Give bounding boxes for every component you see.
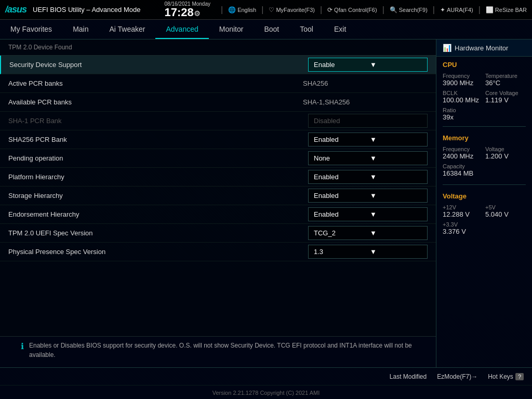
chevron-down-icon: ▼ <box>370 192 422 200</box>
cpu-section: CPU Frequency 3900 MHz Temperature 36°C … <box>436 57 532 123</box>
hw-monitor-header: 📊 Hardware Monitor <box>436 39 532 57</box>
nav-advanced[interactable]: Advanced <box>155 20 208 39</box>
heart-icon: ♡ <box>269 6 274 14</box>
voltage-33v-item: +3.3V 3.376 V <box>443 221 483 235</box>
dropdown-physical-presence-spec[interactable]: 1.3 ▼ <box>308 245 428 259</box>
last-modified-btn[interactable]: Last Modified <box>390 373 427 380</box>
chevron-down-icon: ▼ <box>370 154 422 162</box>
dropdown-storage-hierarchy[interactable]: Enabled ▼ <box>308 189 428 203</box>
globe-icon: 🌐 <box>228 6 236 14</box>
version-text: Version 2.21.1278 Copyright (C) 2021 AMI <box>212 390 320 396</box>
datetime-display: 08/16/2021 Monday 17:28⚙ <box>165 1 210 18</box>
chevron-down-icon: ▼ <box>370 229 422 237</box>
row-security-device-support[interactable]: Security Device Support Enable ▼ <box>0 56 436 74</box>
chevron-down-icon: ▼ <box>370 210 422 218</box>
nav-tool[interactable]: Tool <box>289 20 324 39</box>
cpu-frequency-item: Frequency 3900 MHz <box>443 73 483 87</box>
hw-monitor-title: Hardware Monitor <box>455 44 508 52</box>
dropdown-tpm20-uefi-spec[interactable]: TCG_2 ▼ <box>308 226 428 240</box>
field-sha1-pcr-bank: Disabled <box>308 114 428 128</box>
dropdown-pending-operation[interactable]: None ▼ <box>308 151 428 165</box>
memory-divider <box>443 184 526 185</box>
dropdown-platform-hierarchy[interactable]: Enabled ▼ <box>308 170 428 184</box>
dropdown-security-device-support[interactable]: Enable ▼ <box>308 58 428 72</box>
row-physical-presence-spec[interactable]: Physical Presence Spec Version 1.3 ▼ <box>0 243 436 261</box>
memory-voltage-item: Voltage 1.200 V <box>485 146 526 160</box>
language-btn[interactable]: 🌐 English <box>228 6 256 14</box>
bios-title: UEFI BIOS Utility – Advanced Mode <box>33 6 161 14</box>
search-icon: 🔍 <box>390 6 397 14</box>
nav-boot[interactable]: Boot <box>254 20 289 39</box>
info-icon: ℹ <box>21 341 24 351</box>
cpu-section-title: CPU <box>443 61 526 69</box>
footer: Last Modified EzMode(F7)→ Hot Keys ? <box>0 367 532 385</box>
voltage-section: Voltage +12V 12.288 V +5V 5.040 V +3.3V … <box>436 188 532 237</box>
hot-keys-icon: ? <box>515 373 524 380</box>
chevron-down-icon: ▼ <box>370 61 422 69</box>
cpu-divider <box>443 126 526 127</box>
dropdown-endorsement-hierarchy[interactable]: Enabled ▼ <box>308 207 428 221</box>
resize-bar-btn[interactable]: ⬜ ReSize BAR <box>486 6 527 14</box>
row-available-pcr-banks: Available PCR banks SHA-1,SHA256 <box>0 93 436 112</box>
memory-grid: Frequency 2400 MHz Voltage 1.200 V Capac… <box>443 146 526 179</box>
nav-ai-tweaker[interactable]: Ai Tweaker <box>99 20 155 39</box>
resize-icon: ⬜ <box>486 6 494 14</box>
row-platform-hierarchy[interactable]: Platform Hierarchy Enabled ▼ <box>0 168 436 187</box>
row-storage-hierarchy[interactable]: Storage Hierarchy Enabled ▼ <box>0 187 436 205</box>
info-text: Enables or Disables BIOS support for sec… <box>29 341 428 360</box>
gear-icon: ⚙ <box>194 9 201 18</box>
memory-capacity-item: Capacity 16384 MB <box>443 163 526 177</box>
cpu-ratio-item: Ratio 39x <box>443 107 483 121</box>
cpu-temperature-item: Temperature 36°C <box>485 73 526 87</box>
nav-monitor[interactable]: Monitor <box>209 20 254 39</box>
time-display: 17:28⚙ <box>165 7 201 18</box>
settings-table: Security Device Support Enable ▼ Active … <box>0 56 436 336</box>
info-bar: ℹ Enables or Disables BIOS support for s… <box>0 336 436 367</box>
memory-section: Memory Frequency 2400 MHz Voltage 1.200 … <box>436 130 532 181</box>
dropdown-sha256-pcr-bank[interactable]: Enabled ▼ <box>308 132 428 147</box>
chevron-down-icon: ▼ <box>370 248 422 256</box>
row-tpm20-uefi-spec[interactable]: TPM 2.0 UEFI Spec Version TCG_2 ▼ <box>0 224 436 243</box>
cpu-grid: Frequency 3900 MHz Temperature 36°C BCLK… <box>443 73 526 121</box>
ez-mode-btn[interactable]: EzMode(F7)→ <box>437 373 477 380</box>
memory-section-title: Memory <box>443 134 526 142</box>
nav-main[interactable]: Main <box>62 20 99 39</box>
voltage-section-title: Voltage <box>443 192 526 200</box>
qfan-btn[interactable]: ⟳ Qfan Control(F6) <box>327 6 377 14</box>
voltage-5v-item: +5V 5.040 V <box>485 204 526 218</box>
header: /asus UEFI BIOS Utility – Advanced Mode … <box>0 0 532 20</box>
content-area: TPM 2.0 Device Found Security Device Sup… <box>0 39 532 367</box>
cpu-core-voltage-item: Core Voltage 1.119 V <box>485 90 526 104</box>
search-btn[interactable]: 🔍 Search(F9) <box>390 6 428 14</box>
myfavorite-btn[interactable]: ♡ MyFavorite(F3) <box>269 6 315 14</box>
nav-my-favorites[interactable]: My Favorites <box>0 20 62 39</box>
tpm-notice: TPM 2.0 Device Found <box>0 39 436 56</box>
hardware-monitor-panel: 📊 Hardware Monitor CPU Frequency 3900 MH… <box>436 39 532 367</box>
chevron-down-icon: ▼ <box>370 173 422 181</box>
chevron-down-icon: ▼ <box>370 136 422 143</box>
cpu-bclk-item: BCLK 100.00 MHz <box>443 90 483 104</box>
row-active-pcr-banks: Active PCR banks SHA256 <box>0 74 436 93</box>
aura-icon: ✦ <box>440 6 445 14</box>
row-sha1-pcr-bank: SHA-1 PCR Bank Disabled <box>0 112 436 130</box>
memory-frequency-item: Frequency 2400 MHz <box>443 146 483 160</box>
fan-icon: ⟳ <box>327 6 332 14</box>
row-pending-operation[interactable]: Pending operation None ▼ <box>0 149 436 168</box>
aura-btn[interactable]: ✦ AURA(F4) <box>440 6 473 14</box>
hot-keys-btn[interactable]: Hot Keys ? <box>488 373 524 380</box>
asus-logo: /asus <box>5 4 26 15</box>
nav-exit[interactable]: Exit <box>324 20 356 39</box>
voltage-12v-item: +12V 12.288 V <box>443 204 483 218</box>
row-endorsement-hierarchy[interactable]: Endorsement Hierarchy Enabled ▼ <box>0 205 436 224</box>
version-bar: Version 2.21.1278 Copyright (C) 2021 AMI <box>0 385 532 399</box>
main-panel: TPM 2.0 Device Found Security Device Sup… <box>0 39 436 367</box>
voltage-grid: +12V 12.288 V +5V 5.040 V +3.3V 3.376 V <box>443 204 526 235</box>
monitor-icon: 📊 <box>443 44 451 52</box>
nav-bar: My Favorites Main Ai Tweaker Advanced Mo… <box>0 20 532 39</box>
row-sha256-pcr-bank[interactable]: SHA256 PCR Bank Enabled ▼ <box>0 130 436 149</box>
